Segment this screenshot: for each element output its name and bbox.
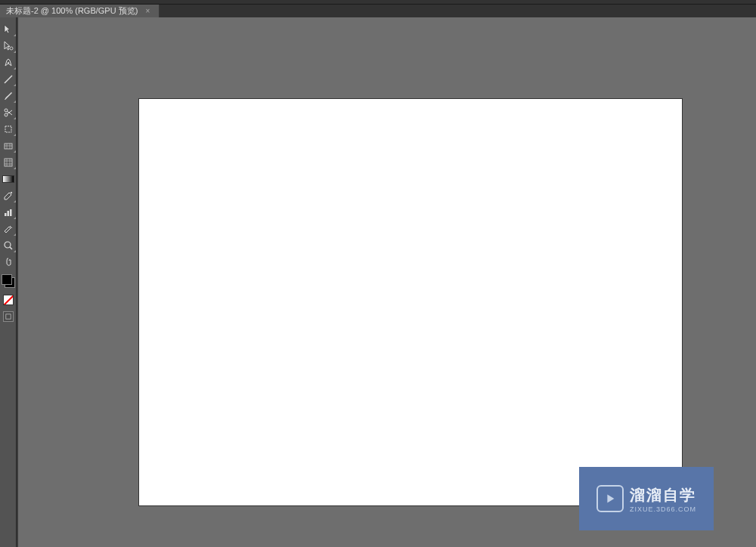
line-icon xyxy=(3,74,14,85)
svg-rect-7 xyxy=(5,126,11,132)
svg-point-1 xyxy=(8,62,9,63)
gradient-mesh-tool[interactable] xyxy=(0,155,17,170)
zoom-icon xyxy=(3,240,14,251)
svg-rect-17 xyxy=(5,213,7,216)
watermark-logo-icon xyxy=(596,485,624,512)
svg-point-0 xyxy=(10,47,13,50)
svg-rect-19 xyxy=(10,209,12,216)
artboard-tool[interactable] xyxy=(0,122,17,137)
selection-tool[interactable] xyxy=(0,22,17,37)
tab-title: 未标题-2 @ 100% (RGB/GPU 预览) xyxy=(6,5,138,17)
watermark: 溜溜自学 ZIXUE.3D66.COM xyxy=(579,467,714,530)
brush-tool[interactable] xyxy=(0,88,17,104)
svg-marker-24 xyxy=(607,495,614,503)
toolbar xyxy=(0,17,17,547)
no-fill-tool[interactable] xyxy=(0,292,17,307)
scissors-icon xyxy=(3,107,14,118)
slice-tool[interactable] xyxy=(0,221,17,236)
brush-icon xyxy=(3,91,14,101)
no-fill-icon xyxy=(3,295,14,305)
svg-rect-23 xyxy=(6,314,11,319)
artboard-icon xyxy=(3,124,14,134)
svg-line-2 xyxy=(5,76,12,83)
direct-selection-tool[interactable] xyxy=(0,39,17,54)
scissors-tool[interactable] xyxy=(0,105,17,120)
draw-mode-tool[interactable] xyxy=(0,309,17,324)
svg-rect-12 xyxy=(5,159,12,166)
color-swatch[interactable] xyxy=(2,274,15,288)
hand-tool[interactable] xyxy=(0,255,17,270)
watermark-text: 溜溜自学 ZIXUE.3D66.COM xyxy=(630,485,696,513)
document-tab[interactable]: 未标题-2 @ 100% (RGB/GPU 预览) × xyxy=(0,5,160,17)
slice-icon xyxy=(3,224,14,234)
svg-rect-18 xyxy=(8,211,10,216)
fill-color[interactable] xyxy=(2,274,12,285)
gradient-icon xyxy=(2,175,14,183)
gradient-bar-icon xyxy=(3,157,14,168)
watermark-url: ZIXUE.3D66.COM xyxy=(630,505,696,513)
graph-tool[interactable] xyxy=(0,205,17,220)
canvas-area[interactable]: 溜溜自学 ZIXUE.3D66.COM xyxy=(17,17,756,547)
main-area: 溜溜自学 ZIXUE.3D66.COM xyxy=(0,17,756,547)
graph-icon xyxy=(3,207,14,218)
line-tool[interactable] xyxy=(0,72,17,87)
gradient-tool[interactable] xyxy=(0,172,17,187)
pen-tool[interactable] xyxy=(0,55,17,70)
zoom-tool[interactable] xyxy=(0,238,17,253)
tab-bar: 未标题-2 @ 100% (RGB/GPU 预览) × xyxy=(0,4,756,17)
watermark-title: 溜溜自学 xyxy=(630,485,696,505)
svg-rect-8 xyxy=(5,144,12,149)
close-tab-icon[interactable]: × xyxy=(142,7,153,15)
eyedropper-tool[interactable] xyxy=(0,188,17,203)
hand-icon xyxy=(3,257,14,267)
draw-mode-icon xyxy=(3,311,14,322)
arrow-white-icon xyxy=(3,41,14,51)
arrow-icon xyxy=(3,24,14,35)
pen-icon xyxy=(3,57,14,68)
artboard-canvas[interactable] xyxy=(139,99,682,505)
grid-icon xyxy=(3,141,14,151)
svg-line-22 xyxy=(10,247,12,249)
eyedropper-icon xyxy=(3,190,14,201)
perspective-tool[interactable] xyxy=(0,138,17,153)
svg-point-21 xyxy=(5,242,11,248)
